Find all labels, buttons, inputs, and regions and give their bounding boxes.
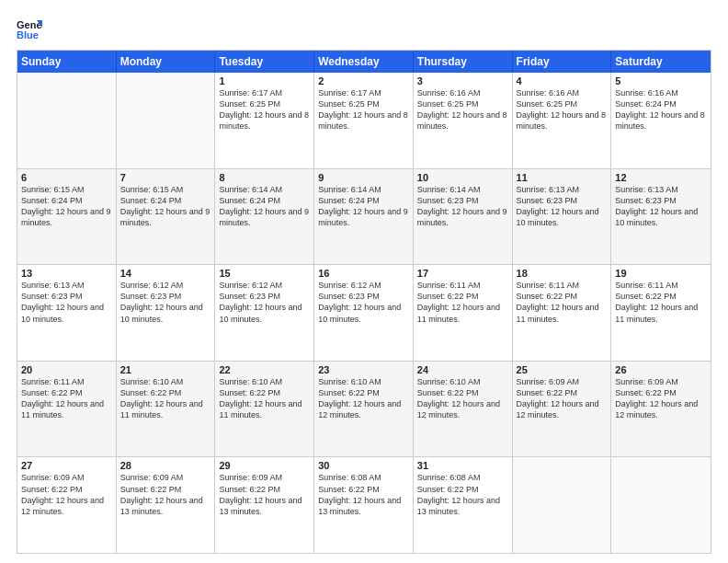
calendar-header-row: SundayMondayTuesdayWednesdayThursdayFrid… bbox=[17, 51, 711, 73]
header-day-saturday: Saturday bbox=[611, 51, 711, 73]
day-cell-20: 20Sunrise: 6:11 AM Sunset: 6:22 PM Dayli… bbox=[17, 362, 117, 457]
day-number: 11 bbox=[517, 172, 608, 183]
day-detail: Sunrise: 6:08 AM Sunset: 6:22 PM Dayligh… bbox=[318, 472, 409, 517]
day-detail: Sunrise: 6:09 AM Sunset: 6:22 PM Dayligh… bbox=[219, 472, 310, 517]
day-cell-2: 2Sunrise: 6:17 AM Sunset: 6:25 PM Daylig… bbox=[314, 73, 414, 168]
day-number: 23 bbox=[318, 364, 409, 375]
day-number: 28 bbox=[120, 460, 211, 471]
day-number: 5 bbox=[615, 75, 707, 86]
day-cell-9: 9Sunrise: 6:14 AM Sunset: 6:24 PM Daylig… bbox=[314, 169, 414, 265]
day-cell-27: 27Sunrise: 6:09 AM Sunset: 6:22 PM Dayli… bbox=[17, 457, 117, 553]
week-row-5: 27Sunrise: 6:09 AM Sunset: 6:22 PM Dayli… bbox=[17, 456, 711, 553]
day-cell-8: 8Sunrise: 6:14 AM Sunset: 6:24 PM Daylig… bbox=[215, 169, 314, 265]
empty-cell bbox=[17, 73, 117, 168]
day-detail: Sunrise: 6:17 AM Sunset: 6:25 PM Dayligh… bbox=[219, 87, 310, 132]
day-cell-18: 18Sunrise: 6:11 AM Sunset: 6:22 PM Dayli… bbox=[513, 265, 612, 361]
day-detail: Sunrise: 6:14 AM Sunset: 6:24 PM Dayligh… bbox=[318, 184, 409, 229]
day-detail: Sunrise: 6:10 AM Sunset: 6:22 PM Dayligh… bbox=[318, 376, 409, 421]
day-number: 30 bbox=[318, 460, 409, 471]
header-day-wednesday: Wednesday bbox=[314, 51, 414, 73]
day-cell-22: 22Sunrise: 6:10 AM Sunset: 6:22 PM Dayli… bbox=[215, 362, 314, 457]
day-detail: Sunrise: 6:10 AM Sunset: 6:22 PM Dayligh… bbox=[120, 376, 211, 421]
day-cell-19: 19Sunrise: 6:11 AM Sunset: 6:22 PM Dayli… bbox=[611, 265, 711, 361]
empty-cell bbox=[611, 457, 711, 553]
day-detail: Sunrise: 6:14 AM Sunset: 6:23 PM Dayligh… bbox=[417, 184, 508, 229]
day-number: 17 bbox=[417, 268, 508, 279]
day-detail: Sunrise: 6:16 AM Sunset: 6:25 PM Dayligh… bbox=[517, 87, 608, 132]
day-detail: Sunrise: 6:13 AM Sunset: 6:23 PM Dayligh… bbox=[517, 184, 608, 229]
week-row-4: 20Sunrise: 6:11 AM Sunset: 6:22 PM Dayli… bbox=[17, 361, 711, 457]
day-number: 27 bbox=[21, 460, 112, 471]
day-detail: Sunrise: 6:09 AM Sunset: 6:22 PM Dayligh… bbox=[21, 472, 112, 517]
day-detail: Sunrise: 6:09 AM Sunset: 6:22 PM Dayligh… bbox=[120, 472, 211, 517]
day-number: 16 bbox=[318, 268, 409, 279]
day-cell-5: 5Sunrise: 6:16 AM Sunset: 6:24 PM Daylig… bbox=[611, 73, 711, 168]
header: General Blue bbox=[17, 17, 711, 42]
day-detail: Sunrise: 6:16 AM Sunset: 6:24 PM Dayligh… bbox=[615, 87, 707, 132]
week-row-3: 13Sunrise: 6:13 AM Sunset: 6:23 PM Dayli… bbox=[17, 264, 711, 361]
day-number: 31 bbox=[417, 460, 508, 471]
day-number: 8 bbox=[219, 172, 310, 183]
empty-cell bbox=[117, 73, 216, 168]
day-number: 29 bbox=[219, 460, 310, 471]
day-cell-11: 11Sunrise: 6:13 AM Sunset: 6:23 PM Dayli… bbox=[513, 169, 612, 265]
day-detail: Sunrise: 6:15 AM Sunset: 6:24 PM Dayligh… bbox=[21, 184, 112, 229]
day-cell-7: 7Sunrise: 6:15 AM Sunset: 6:24 PM Daylig… bbox=[117, 169, 216, 265]
day-detail: Sunrise: 6:10 AM Sunset: 6:22 PM Dayligh… bbox=[219, 376, 310, 421]
day-number: 6 bbox=[21, 172, 112, 183]
day-cell-16: 16Sunrise: 6:12 AM Sunset: 6:23 PM Dayli… bbox=[314, 265, 414, 361]
day-number: 12 bbox=[615, 172, 707, 183]
day-number: 25 bbox=[517, 364, 608, 375]
day-detail: Sunrise: 6:09 AM Sunset: 6:22 PM Dayligh… bbox=[517, 376, 608, 421]
day-number: 7 bbox=[120, 172, 211, 183]
day-number: 22 bbox=[219, 364, 310, 375]
logo-icon: General Blue bbox=[17, 17, 42, 42]
logo: General Blue bbox=[17, 17, 46, 42]
day-number: 15 bbox=[219, 268, 310, 279]
day-number: 13 bbox=[21, 268, 112, 279]
day-detail: Sunrise: 6:11 AM Sunset: 6:22 PM Dayligh… bbox=[21, 376, 112, 421]
day-cell-3: 3Sunrise: 6:16 AM Sunset: 6:25 PM Daylig… bbox=[414, 73, 513, 168]
day-cell-31: 31Sunrise: 6:08 AM Sunset: 6:22 PM Dayli… bbox=[414, 457, 513, 553]
day-cell-15: 15Sunrise: 6:12 AM Sunset: 6:23 PM Dayli… bbox=[215, 265, 314, 361]
day-number: 3 bbox=[417, 75, 508, 86]
svg-text:Blue: Blue bbox=[17, 29, 39, 40]
day-number: 10 bbox=[417, 172, 508, 183]
day-detail: Sunrise: 6:15 AM Sunset: 6:24 PM Dayligh… bbox=[120, 184, 211, 229]
day-detail: Sunrise: 6:13 AM Sunset: 6:23 PM Dayligh… bbox=[21, 280, 112, 325]
day-cell-14: 14Sunrise: 6:12 AM Sunset: 6:23 PM Dayli… bbox=[117, 265, 216, 361]
day-detail: Sunrise: 6:11 AM Sunset: 6:22 PM Dayligh… bbox=[417, 280, 508, 325]
day-detail: Sunrise: 6:12 AM Sunset: 6:23 PM Dayligh… bbox=[120, 280, 211, 325]
day-cell-29: 29Sunrise: 6:09 AM Sunset: 6:22 PM Dayli… bbox=[215, 457, 314, 553]
week-row-1: 1Sunrise: 6:17 AM Sunset: 6:25 PM Daylig… bbox=[17, 73, 711, 168]
calendar: SundayMondayTuesdayWednesdayThursdayFrid… bbox=[17, 50, 711, 554]
day-number: 19 bbox=[615, 268, 707, 279]
day-detail: Sunrise: 6:10 AM Sunset: 6:22 PM Dayligh… bbox=[417, 376, 508, 421]
day-cell-6: 6Sunrise: 6:15 AM Sunset: 6:24 PM Daylig… bbox=[17, 169, 117, 265]
day-detail: Sunrise: 6:12 AM Sunset: 6:23 PM Dayligh… bbox=[219, 280, 310, 325]
day-cell-17: 17Sunrise: 6:11 AM Sunset: 6:22 PM Dayli… bbox=[414, 265, 513, 361]
day-detail: Sunrise: 6:16 AM Sunset: 6:25 PM Dayligh… bbox=[417, 87, 508, 132]
header-day-sunday: Sunday bbox=[17, 51, 117, 73]
day-cell-28: 28Sunrise: 6:09 AM Sunset: 6:22 PM Dayli… bbox=[117, 457, 216, 553]
header-day-thursday: Thursday bbox=[414, 51, 513, 73]
day-cell-1: 1Sunrise: 6:17 AM Sunset: 6:25 PM Daylig… bbox=[215, 73, 314, 168]
day-detail: Sunrise: 6:11 AM Sunset: 6:22 PM Dayligh… bbox=[615, 280, 707, 325]
header-day-monday: Monday bbox=[117, 51, 216, 73]
day-cell-21: 21Sunrise: 6:10 AM Sunset: 6:22 PM Dayli… bbox=[117, 362, 216, 457]
day-cell-24: 24Sunrise: 6:10 AM Sunset: 6:22 PM Dayli… bbox=[414, 362, 513, 457]
day-cell-10: 10Sunrise: 6:14 AM Sunset: 6:23 PM Dayli… bbox=[414, 169, 513, 265]
day-number: 9 bbox=[318, 172, 409, 183]
page: General Blue SundayMondayTuesdayWednesda… bbox=[0, 0, 728, 563]
day-cell-4: 4Sunrise: 6:16 AM Sunset: 6:25 PM Daylig… bbox=[513, 73, 612, 168]
day-cell-12: 12Sunrise: 6:13 AM Sunset: 6:23 PM Dayli… bbox=[611, 169, 711, 265]
day-number: 26 bbox=[615, 364, 707, 375]
day-number: 20 bbox=[21, 364, 112, 375]
day-detail: Sunrise: 6:13 AM Sunset: 6:23 PM Dayligh… bbox=[615, 184, 707, 229]
day-detail: Sunrise: 6:17 AM Sunset: 6:25 PM Dayligh… bbox=[318, 87, 409, 132]
day-detail: Sunrise: 6:08 AM Sunset: 6:22 PM Dayligh… bbox=[417, 472, 508, 517]
day-number: 2 bbox=[318, 75, 409, 86]
day-number: 4 bbox=[517, 75, 608, 86]
empty-cell bbox=[513, 457, 612, 553]
day-cell-25: 25Sunrise: 6:09 AM Sunset: 6:22 PM Dayli… bbox=[513, 362, 612, 457]
